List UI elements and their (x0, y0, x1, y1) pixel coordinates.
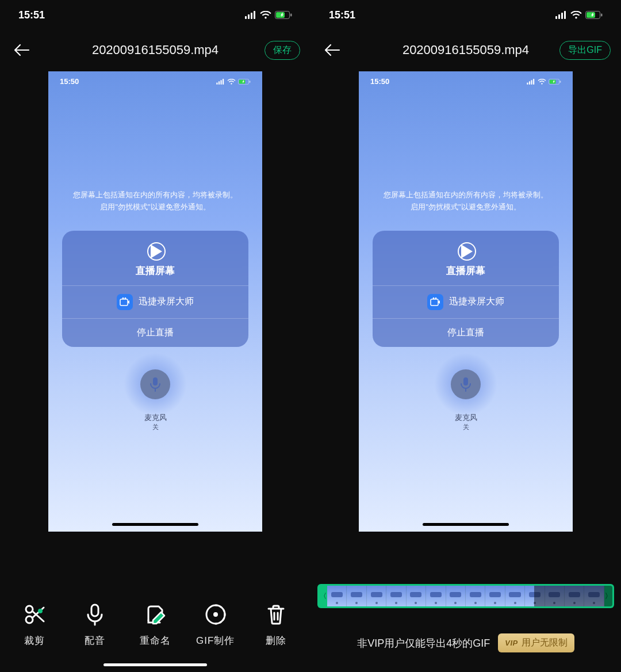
back-button[interactable] (321, 39, 344, 62)
vip-notice-row: 非VIP用户仅能导出4秒的GIF VIP 用户无限制 (310, 633, 621, 652)
svg-rect-37 (550, 79, 556, 83)
svg-rect-26 (558, 14, 560, 19)
play-circle-icon (143, 241, 168, 262)
broadcast-app-row: 迅捷录屏大师 (373, 285, 559, 318)
signal-icon (527, 79, 535, 85)
rename-button[interactable]: 重命名 (130, 603, 181, 647)
timeline-frame[interactable] (485, 586, 505, 606)
svg-rect-10 (223, 79, 224, 85)
notice-line1: 您屏幕上包括通知在内的所有内容，均将被录制。 (359, 189, 573, 201)
notice-line2: 启用"勿扰模式"以避免意外通知。 (48, 201, 262, 213)
video-preview[interactable]: 15:50 您屏幕上包括通知在内的所有内容，均将被录制。 启用"勿扰模式"以避免… (359, 71, 573, 532)
nav-bar: 20200916155059.mp4 导出GIF (310, 30, 621, 70)
app-icon (427, 294, 443, 310)
timeline-frame[interactable] (426, 586, 446, 606)
back-button[interactable] (10, 39, 33, 62)
preview-area: 15:50 您屏幕上包括通知在内的所有内容，均将被录制。 启用"勿扰模式"以避免… (310, 70, 621, 576)
edit-icon (144, 603, 167, 626)
stop-broadcast-button: 停止直播 (62, 318, 248, 347)
status-bar: 15:51 (310, 0, 621, 30)
status-time: 15:51 (18, 9, 45, 21)
vip-notice-text: 非VIP用户仅能导出4秒的GIF (357, 636, 490, 650)
nav-bar: 20200916155059.mp4 保存 (0, 30, 310, 70)
timeline-handle-left[interactable]: 〈 (319, 591, 327, 601)
timeline-frame[interactable] (505, 586, 525, 606)
home-indicator (103, 663, 207, 666)
battery-icon (549, 79, 561, 85)
svg-rect-7 (216, 82, 217, 85)
svg-point-42 (435, 297, 437, 299)
trim-button[interactable]: 裁剪 (9, 603, 60, 647)
broadcast-header: 直播屏幕 (62, 231, 248, 285)
preview-status-icons (527, 77, 561, 86)
wifi-icon (570, 11, 582, 19)
broadcast-app-row: 迅捷录屏大师 (62, 285, 248, 318)
timeline-frame[interactable] (386, 586, 406, 606)
vip-badge-label: 用户无限制 (522, 637, 568, 649)
mic-halo (434, 353, 497, 416)
timeline-frame[interactable] (367, 586, 386, 606)
timeline-frame[interactable] (407, 586, 426, 606)
preview-status-bar: 15:50 (359, 71, 573, 86)
gif-label: GIF制作 (196, 634, 235, 647)
svg-rect-2 (251, 13, 252, 19)
right-screen: 15:51 20200916155059.mp4 导出GIF 15:50 (310, 0, 621, 672)
timeline-frame[interactable] (327, 586, 347, 606)
export-gif-button[interactable]: 导出GIF (559, 41, 611, 60)
preview-status-time: 15:50 (60, 77, 79, 86)
preview-status-time: 15:50 (370, 77, 389, 86)
svg-point-41 (433, 297, 435, 299)
gif-button[interactable]: GIF制作 (190, 603, 241, 647)
svg-rect-27 (561, 13, 563, 19)
preview-status-bar: 15:50 (48, 71, 262, 86)
status-time: 15:51 (329, 9, 355, 21)
timeline-frame[interactable] (446, 586, 466, 606)
signal-icon (245, 11, 256, 19)
svg-rect-38 (560, 81, 561, 83)
svg-rect-15 (120, 299, 128, 306)
svg-rect-13 (250, 81, 251, 83)
battery-icon (585, 11, 603, 19)
stop-broadcast-button: 停止直播 (373, 318, 559, 347)
svg-rect-33 (529, 81, 530, 85)
battery-icon (238, 79, 251, 85)
signal-icon (216, 79, 225, 85)
timeline-frame[interactable] (347, 586, 366, 606)
svg-rect-1 (248, 14, 250, 19)
mic-block: 麦克风 关 (359, 362, 573, 432)
mic-state: 关 (463, 423, 469, 432)
delete-button[interactable]: 删除 (251, 603, 301, 647)
recording-notice: 您屏幕上包括通知在内的所有内容，均将被录制。 启用"勿扰模式"以避免意外通知。 (359, 189, 573, 213)
dub-label: 配音 (85, 634, 105, 647)
mic-halo (124, 353, 187, 416)
scissors-icon (23, 603, 46, 626)
save-button[interactable]: 保存 (264, 41, 300, 60)
vip-upgrade-button[interactable]: VIP 用户无限制 (498, 633, 574, 652)
timeline-frame[interactable] (466, 586, 485, 606)
svg-point-21 (38, 609, 43, 613)
svg-rect-35 (533, 79, 534, 85)
battery-icon (275, 11, 292, 19)
play-circle-icon (453, 241, 478, 262)
svg-rect-9 (221, 80, 222, 85)
mic-toggle (451, 369, 481, 399)
mic-toggle (140, 369, 170, 399)
vip-logo-icon: VIP (505, 639, 518, 647)
svg-rect-8 (218, 81, 220, 85)
svg-point-24 (213, 612, 218, 617)
svg-rect-30 (586, 12, 595, 18)
status-icons (555, 11, 603, 19)
wifi-icon (538, 79, 546, 85)
mic-label: 麦克风 (144, 413, 167, 423)
notice-line2: 启用"勿扰模式"以避免意外通知。 (359, 201, 573, 213)
svg-rect-34 (531, 80, 532, 85)
gif-timeline[interactable]: 〈 〉 (317, 584, 614, 608)
mic-block: 麦克风 关 (48, 362, 262, 432)
dub-button[interactable]: 配音 (70, 603, 120, 647)
trim-label: 裁剪 (24, 634, 45, 647)
video-preview[interactable]: 15:50 您屏幕上包括通知在内的所有内容，均将被录制。 启用"勿扰模式"以避免… (48, 71, 262, 532)
signal-icon (555, 11, 567, 19)
mic-icon (459, 377, 472, 392)
preview-home-indicator (423, 523, 509, 526)
svg-rect-31 (601, 14, 603, 17)
